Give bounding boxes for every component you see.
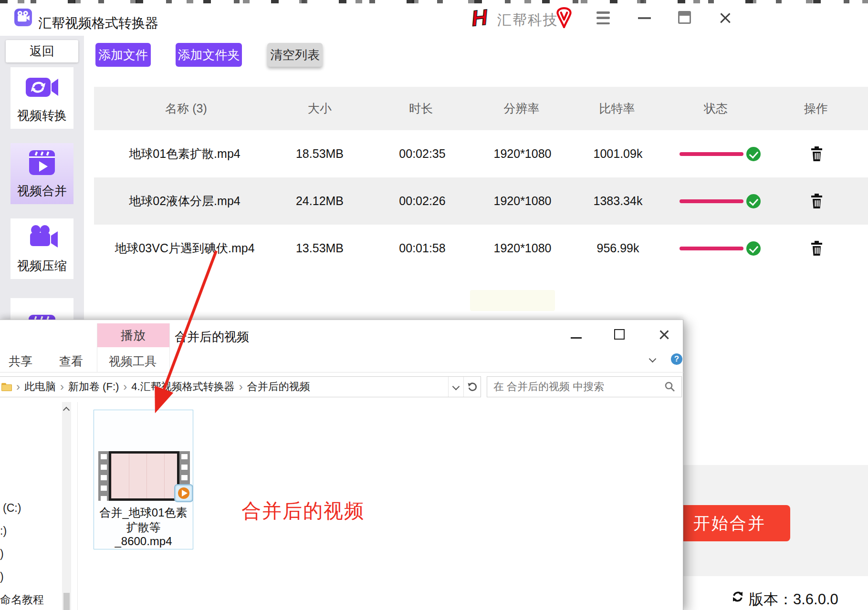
back-button[interactable]: 返回	[6, 40, 78, 62]
breadcrumb-this-pc[interactable]: 此电脑	[24, 380, 56, 394]
tab-group-divider	[97, 323, 97, 372]
explorer-minimize-button[interactable]	[571, 337, 582, 339]
status-check-icon	[746, 241, 761, 256]
progress-bar	[680, 199, 743, 203]
sidebar-item-video-compress[interactable]: 视频压缩	[10, 218, 73, 279]
delete-button[interactable]	[810, 194, 823, 208]
explorer-window: 播放 合并后的视频 共享 查看 视频工具 ? › 此电脑 › 新加卷 (F:) …	[0, 320, 683, 610]
search-input[interactable]	[487, 376, 682, 397]
explorer-tab-play[interactable]: 播放	[97, 323, 169, 347]
menu-button[interactable]	[596, 11, 610, 24]
address-bar[interactable]: › 此电脑 › 新加卷 (F:) › 4.汇帮视频格式转换器 › 合并后的视频	[0, 376, 481, 397]
scroll-up-icon[interactable]	[63, 407, 70, 414]
crumb-chevron: ›	[235, 380, 247, 393]
nav-item-cut[interactable]: (C:)	[3, 502, 21, 515]
minimize-button[interactable]	[638, 17, 651, 19]
file-name: 地球02液体分层.mp4	[94, 177, 275, 225]
nav-item-cut[interactable]: :)	[0, 525, 7, 538]
file-duration: 00:01:58	[375, 225, 470, 272]
ribbon-collapse-icon[interactable]	[649, 355, 657, 363]
file-bitrate: 1001.09k	[570, 130, 666, 177]
file-name-line: 扩散等	[94, 520, 193, 535]
nav-item-cut[interactable]: )	[0, 548, 4, 560]
file-size: 13.53MB	[272, 225, 367, 272]
play-tab-label: 播放	[97, 323, 169, 347]
maximize-button[interactable]	[678, 11, 691, 24]
nav-scrollbar[interactable]	[62, 402, 71, 610]
breadcrumb-app-folder[interactable]: 4.汇帮视频格式转换器	[131, 380, 234, 394]
video-merge-icon	[26, 148, 58, 179]
refresh-button[interactable]	[463, 377, 481, 397]
refresh-icon	[467, 382, 478, 392]
explorer-tab-video-tools[interactable]: 视频工具	[109, 353, 157, 369]
explorer-maximize-button[interactable]	[614, 329, 625, 340]
file-name-line: 合并_地球01色素	[94, 505, 193, 520]
file-resolution: 1920*1080	[475, 225, 570, 272]
explorer-tab-view[interactable]: 查看	[59, 353, 83, 369]
col-bitrate: 比特率	[569, 87, 665, 130]
delete-button[interactable]	[810, 146, 823, 161]
table-row: 地球01色素扩散.mp4 18.53MB 00:02:35 1920*1080 …	[94, 130, 868, 177]
explorer-tab-share[interactable]: 共享	[9, 353, 32, 369]
video-compress-icon	[23, 224, 61, 254]
nav-item-cut[interactable]: )	[0, 570, 4, 583]
progress-bar	[680, 247, 743, 250]
clear-list-button[interactable]: 清空列表	[267, 43, 323, 67]
explorer-window-title: 合并后的视频	[175, 329, 249, 345]
explorer-close-button[interactable]	[659, 329, 670, 341]
progress-bar	[680, 152, 743, 156]
start-merge-button[interactable]: 开始合并	[669, 505, 790, 541]
sidebar-item-video-convert[interactable]: 视频转换	[10, 67, 73, 129]
watermark	[470, 290, 555, 311]
file-duration: 00:02:35	[375, 130, 470, 177]
add-file-button[interactable]: 添加文件	[95, 43, 151, 67]
table-header: 名称 (3) 大小 时长 分辨率 比特率 状态 操作	[94, 87, 868, 130]
file-name: 地球03VC片遇到碘伏.mp4	[94, 225, 275, 272]
media-player-overlay-icon	[174, 484, 194, 503]
pane-divider	[77, 402, 78, 610]
background-artifacts	[0, 0, 868, 3]
crumb-chevron: ›	[119, 380, 131, 393]
file-resolution: 1920*1080	[475, 177, 570, 225]
col-action: 操作	[768, 87, 864, 130]
screen: 汇帮视频格式转换器 H 汇帮科技 返回	[0, 0, 868, 610]
tab-group-divider	[169, 323, 170, 372]
table-row: 地球03VC片遇到碘伏.mp4 13.53MB 00:01:58 1920*10…	[94, 225, 868, 272]
col-resolution: 分辨率	[474, 87, 569, 130]
status-check-icon	[746, 194, 761, 208]
file-resolution: 1920*1080	[475, 130, 570, 177]
film-strip-left	[98, 451, 109, 501]
add-folder-button[interactable]: 添加文件夹	[176, 43, 242, 67]
thumbnail-frame	[109, 451, 179, 501]
file-duration: 00:02:26	[375, 177, 470, 225]
nav-item-cut[interactable]: 命名教程	[0, 592, 44, 607]
ribbon-divider	[0, 372, 683, 372]
help-icon[interactable]: ?	[671, 353, 682, 365]
brand-badge-icon	[555, 7, 573, 30]
breadcrumb-current-folder[interactable]: 合并后的视频	[247, 380, 310, 394]
file-size: 18.53MB	[272, 130, 367, 177]
crumb-chevron: ›	[12, 380, 24, 393]
sidebar-item-video-merge[interactable]: 视频合并	[10, 143, 73, 204]
folder-icon	[1, 383, 12, 391]
sidebar-item-label: 视频合并	[17, 183, 67, 199]
file-size: 24.12MB	[272, 177, 367, 225]
annotation-text: 合并后的视频	[241, 498, 365, 524]
update-icon[interactable]	[731, 589, 745, 606]
sidebar-item-label: 视频压缩	[17, 258, 67, 274]
status-check-icon	[746, 147, 761, 161]
table-row: 地球02液体分层.mp4 24.12MB 00:02:26 1920*1080 …	[94, 177, 868, 225]
video-convert-icon	[22, 72, 62, 104]
address-dropdown-button[interactable]	[448, 377, 463, 397]
col-status: 状态	[668, 87, 763, 130]
breadcrumb-drive[interactable]: 新加卷 (F:)	[68, 380, 119, 394]
crumb-chevron: ›	[56, 380, 68, 393]
delete-button[interactable]	[810, 241, 823, 256]
close-button[interactable]	[719, 11, 732, 24]
brand-name: 汇帮科技	[497, 10, 558, 30]
app-logo-icon	[14, 9, 32, 26]
scrollbar-thumb[interactable]	[63, 593, 70, 610]
version-label: 版本：3.6.0.0	[749, 589, 838, 610]
video-thumbnail[interactable]	[98, 451, 190, 501]
col-duration: 时长	[373, 87, 469, 130]
